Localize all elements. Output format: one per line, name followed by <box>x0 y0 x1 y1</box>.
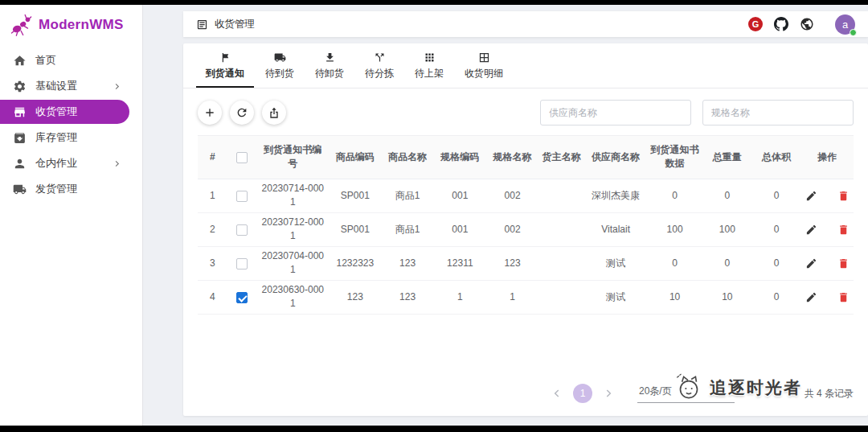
cell-product-name: 商品1 <box>381 212 433 246</box>
cell-owner-name <box>538 212 584 246</box>
col-total-weight: 总重量 <box>702 136 751 179</box>
col-notice-no: 到货通知书编号 <box>256 136 329 179</box>
cell-notice-no: 20230714-0001 <box>256 179 329 212</box>
delete-button[interactable] <box>837 190 850 202</box>
gear-icon <box>13 80 27 93</box>
cell-total-volume: 0 <box>751 179 800 212</box>
table-row: 1 20230714-0001 SP001 商品1 001 002 深圳杰美康 … <box>198 179 854 212</box>
cell-spec-name: 002 <box>486 179 538 212</box>
row-checkbox[interactable] <box>236 292 248 303</box>
language-globe-icon[interactable] <box>800 17 814 31</box>
spec-name-input[interactable] <box>702 100 854 125</box>
receiving-card: 到货通知 待到货 待卸货 <box>183 43 868 416</box>
cell-spec-name: 1 <box>486 280 538 314</box>
delete-button[interactable] <box>837 257 850 269</box>
cell-owner-name <box>538 179 584 212</box>
chevron-right-icon <box>113 82 121 91</box>
tab-to-shelve[interactable]: 待上架 <box>405 50 453 88</box>
prev-page-icon[interactable] <box>551 388 563 399</box>
row-index: 3 <box>198 246 227 280</box>
next-page-icon[interactable] <box>603 388 614 399</box>
sidebar-item-basic-settings[interactable]: 基础设置 <box>0 74 129 98</box>
sidebar-item-home[interactable]: 首页 <box>0 48 129 72</box>
cell-product-name: 123 <box>381 246 433 280</box>
delete-button[interactable] <box>837 224 850 236</box>
row-checkbox[interactable] <box>236 258 248 269</box>
tab-arrival-notice[interactable]: 到货通知 <box>196 50 254 88</box>
topbar-actions: G a <box>748 14 855 35</box>
sidebar-item-receiving[interactable]: 收货管理 <box>0 100 129 124</box>
tab-receipt-detail[interactable]: 收货明细 <box>455 50 513 88</box>
github-icon[interactable] <box>774 17 788 31</box>
tab-to-arrive[interactable]: 待到货 <box>256 50 304 88</box>
app-title: ModernWMS <box>39 17 124 33</box>
row-checkbox[interactable] <box>236 191 248 202</box>
select-all-checkbox[interactable] <box>236 152 248 163</box>
cell-product-code: 123 <box>329 280 381 314</box>
cell-total-volume: 0 <box>751 246 800 280</box>
supplier-name-input[interactable] <box>540 100 691 125</box>
edit-button[interactable] <box>805 224 817 236</box>
sidebar-nav: 首页 基础设置 收货管理 库存管理 <box>0 48 142 201</box>
archive-icon <box>13 131 27 145</box>
refresh-icon <box>235 106 248 119</box>
table-row: 2 20230712-0001 SP001 商品1 001 002 Vitala… <box>198 212 854 246</box>
col-spec-name: 规格名称 <box>486 136 538 179</box>
download-icon <box>324 51 336 64</box>
sidebar-item-warehouse-ops[interactable]: 仓内作业 <box>0 151 129 175</box>
edit-button[interactable] <box>805 257 817 269</box>
cell-spec-code: 1 <box>434 280 486 314</box>
user-avatar[interactable]: a <box>835 14 855 35</box>
cell-supplier-name: 测试 <box>584 246 647 280</box>
refresh-button[interactable] <box>230 101 254 125</box>
row-checkbox[interactable] <box>236 224 248 236</box>
chevron-right-icon <box>113 159 121 168</box>
main-area: 收货管理 G a <box>143 5 868 426</box>
cell-spec-code: 001 <box>434 212 486 246</box>
col-total-volume: 总体积 <box>751 136 800 179</box>
row-index: 4 <box>198 280 227 314</box>
sidebar-item-inventory[interactable]: 库存管理 <box>0 125 129 150</box>
table-row: 3 20230704-0001 1232323 123 12311 123 测试… <box>198 246 854 280</box>
tab-label: 待分拣 <box>365 67 394 80</box>
tab-label: 待到货 <box>265 67 294 80</box>
cell-spec-code: 001 <box>434 179 486 212</box>
current-page-button[interactable]: 1 <box>573 384 592 403</box>
pagination-controls: 1 20条/页 <box>551 384 735 403</box>
cell-total-weight: 10 <box>702 280 751 314</box>
flag-icon <box>219 51 231 64</box>
tab-to-unload[interactable]: 待卸货 <box>305 50 354 88</box>
sidebar-item-label: 仓内作业 <box>35 156 77 171</box>
plus-icon <box>203 106 216 119</box>
cell-owner-name <box>538 246 584 280</box>
truck-icon <box>13 183 27 196</box>
add-button[interactable] <box>198 101 222 125</box>
cell-product-name: 商品1 <box>381 179 433 212</box>
cell-total-volume: 0 <box>751 212 800 246</box>
cell-notice-qty: 10 <box>647 280 702 314</box>
filter-inputs <box>540 100 854 125</box>
cell-total-volume: 0 <box>751 280 800 314</box>
gitee-icon[interactable]: G <box>748 17 763 31</box>
cell-spec-name: 123 <box>486 246 538 280</box>
cell-total-weight: 0 <box>702 246 751 280</box>
col-product-name: 商品名称 <box>381 136 433 179</box>
table-row: 4 20230630-0001 123 123 1 1 测试 10 10 0 <box>198 280 854 314</box>
tab-bar: 到货通知 待到货 待卸货 <box>183 43 868 88</box>
tab-label: 收货明细 <box>465 67 503 80</box>
col-operations: 操作 <box>801 136 854 179</box>
cell-supplier-name: 测试 <box>584 280 647 314</box>
edit-button[interactable] <box>805 291 817 303</box>
person-icon <box>13 157 27 171</box>
edit-button[interactable] <box>805 190 817 202</box>
tab-to-sort[interactable]: 待分拣 <box>355 50 403 88</box>
page-size-select[interactable]: 20条/页 <box>637 385 735 403</box>
export-button[interactable] <box>262 101 286 125</box>
col-supplier-name: 供应商名称 <box>584 136 647 179</box>
cell-spec-name: 002 <box>486 212 538 246</box>
sidebar-item-shipping[interactable]: 发货管理 <box>0 177 129 201</box>
sidebar-item-label: 收货管理 <box>35 105 77 119</box>
cell-notice-qty: 0 <box>647 246 702 280</box>
cell-supplier-name: Vitalait <box>584 212 647 246</box>
delete-button[interactable] <box>837 291 850 303</box>
